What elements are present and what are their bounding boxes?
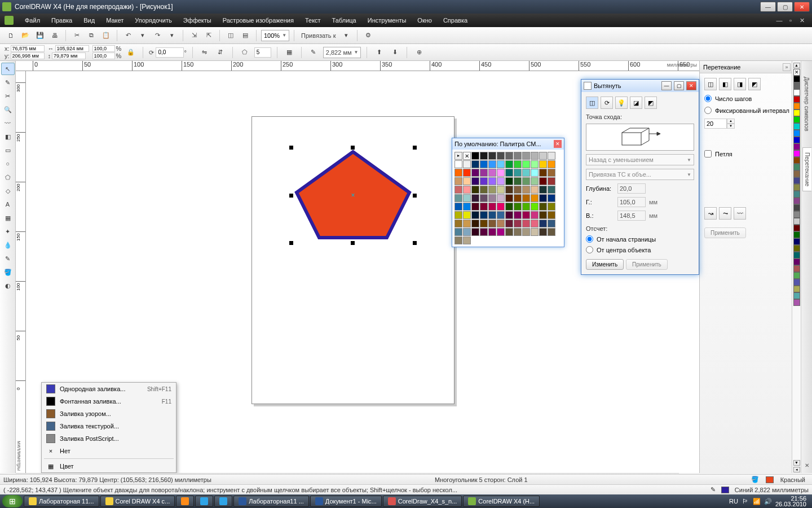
color-swatch[interactable] bbox=[463, 220, 471, 227]
strip-swatch[interactable] bbox=[793, 184, 800, 191]
strip-swatch[interactable] bbox=[793, 110, 800, 116]
color-swatch[interactable] bbox=[480, 186, 488, 194]
menu-правка[interactable]: Правка bbox=[46, 15, 78, 26]
handle-w[interactable] bbox=[289, 194, 293, 198]
menu-эффекты[interactable]: Эффекты bbox=[178, 15, 217, 26]
handle-ne[interactable] bbox=[413, 146, 417, 150]
freehand-tool[interactable]: 〰 bbox=[1, 117, 15, 129]
steps-up[interactable]: ▲ bbox=[727, 119, 735, 124]
color-swatch[interactable] bbox=[539, 228, 547, 236]
handle-se[interactable] bbox=[413, 241, 417, 245]
clock[interactable]: 21:56 26.03.2010 bbox=[775, 496, 806, 507]
extrude-tab-4-icon[interactable]: ◪ bbox=[630, 97, 642, 109]
lang-indicator[interactable]: RU bbox=[729, 498, 738, 505]
strip-swatch[interactable] bbox=[793, 286, 800, 292]
wrap-icon[interactable]: ▦ bbox=[283, 46, 295, 59]
taskbar-item[interactable] bbox=[176, 496, 194, 507]
strip-swatch[interactable] bbox=[793, 157, 800, 164]
color-swatch[interactable] bbox=[505, 160, 513, 168]
color-swatch[interactable] bbox=[497, 220, 505, 227]
blend-color-icon[interactable]: ◨ bbox=[734, 78, 746, 90]
maximize-button[interactable]: ▢ bbox=[777, 2, 793, 12]
interactive-tool[interactable]: ✦ bbox=[1, 225, 15, 238]
selected-pentagon[interactable]: × bbox=[291, 147, 415, 243]
vtab-symbols[interactable]: Диспетчер символов bbox=[802, 72, 811, 136]
color-swatch[interactable] bbox=[463, 194, 471, 202]
color-swatch[interactable] bbox=[539, 152, 547, 160]
options-icon[interactable]: ⚙ bbox=[362, 29, 374, 42]
color-swatch[interactable] bbox=[488, 228, 496, 236]
extrude-vp-combo[interactable]: Привязка ТС к объе...▼ bbox=[586, 169, 694, 180]
text-tool[interactable]: A bbox=[1, 198, 15, 211]
color-swatch[interactable] bbox=[463, 203, 471, 211]
polygon-icon[interactable]: ⬠ bbox=[239, 46, 251, 59]
color-swatch[interactable] bbox=[539, 186, 547, 194]
vtab-blend[interactable]: Перетекание bbox=[802, 147, 811, 191]
strip-swatch[interactable] bbox=[793, 265, 800, 272]
strip-swatch[interactable] bbox=[793, 299, 800, 306]
color-swatch[interactable] bbox=[514, 186, 522, 194]
convert-curves-icon[interactable]: ⊕ bbox=[413, 46, 425, 59]
strip-swatch[interactable] bbox=[793, 89, 800, 96]
color-swatch[interactable] bbox=[548, 203, 555, 211]
extrude-close-button[interactable]: ✕ bbox=[686, 81, 696, 90]
strip-swatch[interactable] bbox=[793, 279, 800, 286]
color-swatch[interactable] bbox=[505, 211, 513, 219]
handle-s[interactable] bbox=[351, 241, 355, 245]
color-swatch[interactable] bbox=[531, 203, 539, 211]
save-icon[interactable]: 💾 bbox=[34, 29, 46, 42]
strip-swatch[interactable] bbox=[793, 231, 800, 238]
extrude-min-button[interactable]: — bbox=[661, 81, 672, 90]
color-swatch[interactable] bbox=[454, 186, 462, 194]
color-palette-popup[interactable]: По умолчанию: Палитра СМ... ✕ ▸ bbox=[452, 138, 564, 247]
color-swatch[interactable] bbox=[480, 194, 488, 202]
depth-input[interactable] bbox=[617, 183, 646, 194]
strip-swatch[interactable] bbox=[793, 164, 800, 170]
color-swatch[interactable] bbox=[514, 152, 522, 160]
color-swatch[interactable] bbox=[480, 203, 488, 211]
vtab-close[interactable]: ✕ bbox=[804, 458, 810, 473]
handle-n[interactable] bbox=[351, 146, 355, 150]
color-swatch[interactable] bbox=[463, 237, 471, 244]
strip-swatch[interactable] bbox=[793, 96, 800, 103]
color-swatch[interactable] bbox=[505, 228, 513, 236]
cut-icon[interactable]: ✂ bbox=[70, 29, 83, 42]
strip-swatch[interactable] bbox=[793, 198, 800, 204]
color-swatch[interactable] bbox=[548, 160, 555, 168]
to-front-icon[interactable]: ⬆ bbox=[373, 46, 385, 59]
ctx-нет[interactable]: ×Нет bbox=[42, 445, 176, 457]
color-swatch[interactable] bbox=[548, 211, 555, 219]
palette-arrow[interactable]: ▸ bbox=[454, 152, 462, 160]
color-swatch[interactable] bbox=[497, 211, 505, 219]
strip-swatch[interactable] bbox=[793, 272, 800, 279]
steps-radio[interactable] bbox=[704, 95, 712, 102]
color-swatch[interactable] bbox=[514, 211, 522, 219]
minimize-button[interactable]: — bbox=[760, 2, 776, 12]
origin-page-radio[interactable] bbox=[586, 235, 593, 243]
sides-input[interactable] bbox=[254, 47, 271, 58]
color-swatch[interactable] bbox=[548, 186, 555, 194]
pos-x-input[interactable] bbox=[11, 45, 45, 52]
scale-y-input[interactable] bbox=[92, 52, 115, 59]
strip-swatch[interactable] bbox=[793, 245, 800, 252]
taskbar-item[interactable]: Corel DRAW X4 с... bbox=[100, 496, 175, 507]
redo-dd-icon[interactable]: ▾ bbox=[166, 29, 178, 42]
color-swatch[interactable] bbox=[548, 177, 555, 185]
export-icon[interactable]: ⇱ bbox=[202, 29, 215, 42]
strip-swatch[interactable] bbox=[793, 143, 800, 150]
strip-swatch[interactable] bbox=[793, 116, 800, 123]
ruler-horizontal[interactable]: 0501001502002503003504004505005506006507… bbox=[16, 61, 699, 71]
blend-apply-button[interactable]: Применить bbox=[704, 227, 746, 238]
mdi-restore[interactable]: ▫ bbox=[786, 16, 795, 24]
menu-вид[interactable]: Вид bbox=[78, 15, 100, 26]
color-swatch[interactable] bbox=[539, 194, 547, 202]
extrude-dialog[interactable]: Вытянуть — ▢ ✕ ◫ ⟳ 💡 ◪ ◩ Точка схода: На… bbox=[581, 79, 699, 275]
extrude-tab-1-icon[interactable]: ◫ bbox=[586, 97, 598, 109]
color-swatch[interactable] bbox=[471, 220, 479, 227]
color-swatch[interactable] bbox=[522, 220, 530, 227]
handle-nw[interactable] bbox=[289, 146, 293, 150]
colorstrip-up[interactable]: ▲ bbox=[793, 63, 800, 68]
color-swatch[interactable] bbox=[497, 186, 505, 194]
color-swatch[interactable] bbox=[454, 177, 462, 185]
color-swatch[interactable] bbox=[539, 220, 547, 227]
